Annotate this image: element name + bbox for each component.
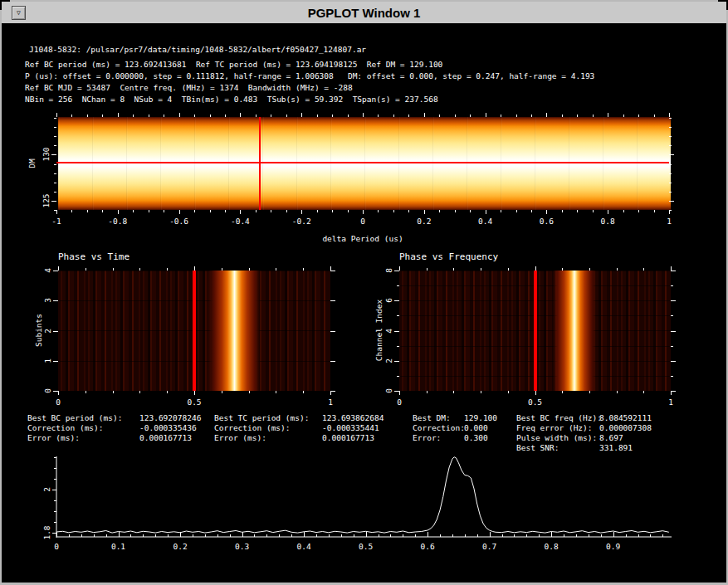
axis-tick [54, 210, 56, 211]
axis-tick [71, 210, 72, 212]
axis-tick [535, 266, 536, 271]
x-tick-label: 1 [667, 217, 672, 226]
axis-tick [179, 210, 180, 214]
y-tick-label: 0 [384, 388, 393, 393]
axis-tick [453, 268, 454, 271]
axis-tick [51, 201, 56, 202]
axis-tick [589, 534, 589, 537]
axis-tick [341, 534, 342, 537]
axis-tick [54, 145, 56, 146]
stat-value: 0.300 [464, 433, 488, 442]
x-tick-label: 0.3 [235, 542, 249, 551]
axis-tick [424, 113, 425, 117]
axis-tick [54, 522, 56, 523]
axis-tick [539, 534, 540, 537]
axis-tick [222, 391, 222, 393]
stat-value: 331.891 [599, 443, 633, 452]
axis-tick [130, 534, 131, 537]
x-tick-label: 0 [360, 217, 365, 226]
axis-tick [58, 266, 59, 271]
header-observation: Ref BC MJD = 53487 Centre freq. (MHz) = … [25, 83, 353, 92]
axis-tick [316, 534, 317, 537]
axis-tick [242, 532, 243, 537]
axis-tick [266, 534, 267, 537]
axis-tick [399, 391, 400, 395]
axis-tick [394, 391, 399, 392]
dm-cursor-line [56, 162, 669, 163]
y-tick-label: 130 [42, 148, 51, 162]
axis-tick [301, 210, 302, 214]
x-tick-label: 0.8 [601, 217, 615, 226]
stat-label: Correction: [413, 423, 465, 432]
x-tick-label: 0.9 [606, 542, 620, 551]
axis-tick [501, 115, 501, 117]
y-tick-label: 1.8 [42, 525, 51, 539]
x-tick-label: -0.8 [108, 217, 127, 226]
x-tick-label: 0.2 [417, 217, 431, 226]
header-ref-periods: Ref BC period (ms) = 123.692413681 Ref T… [25, 60, 442, 69]
axis-tick [301, 113, 302, 117]
axis-tick [56, 210, 57, 214]
axis-tick [608, 210, 608, 214]
window-title: PGPLOT Window 1 [2, 6, 726, 20]
axis-tick [427, 391, 428, 393]
axis-tick [330, 271, 335, 271]
axis-tick [671, 346, 673, 347]
axis-tick [225, 210, 226, 212]
stat-label: Best BC period (ms): [27, 413, 122, 422]
axis-tick [71, 115, 72, 117]
titlebar[interactable]: ▽ PGPLOT Window 1 [2, 2, 726, 23]
stat-label: Freq error (Hz): [516, 423, 593, 432]
axis-tick [626, 534, 627, 537]
phase-vs-frequency-title: Phase vs Frequency [399, 252, 498, 261]
axis-tick [654, 115, 655, 117]
axis-tick [535, 391, 536, 395]
axis-tick [53, 361, 58, 362]
axis-tick [623, 210, 624, 212]
axis-tick [286, 210, 287, 212]
axis-tick [428, 532, 428, 537]
axis-tick [643, 268, 644, 271]
axis-tick [439, 210, 440, 212]
axis-tick [164, 115, 164, 117]
axis-tick [671, 285, 673, 286]
stat-value: 8.697 [599, 433, 623, 442]
axis-tick [465, 534, 466, 537]
x-tick-label: 0.5 [359, 542, 373, 551]
axis-tick [455, 210, 456, 212]
y-tick-label: 2 [42, 487, 51, 492]
axis-tick [397, 285, 399, 286]
axis-tick [669, 164, 672, 165]
axis-tick [671, 391, 676, 392]
axis-tick [168, 534, 169, 537]
x-tick-label: 1 [328, 397, 333, 407]
axis-tick [54, 500, 56, 501]
axis-tick [53, 300, 58, 301]
y-tick-label: 0 [43, 388, 52, 393]
axis-tick [394, 361, 399, 362]
axis-tick [348, 210, 349, 212]
axis-tick [303, 268, 304, 271]
axis-tick [53, 391, 58, 392]
axis-tick [526, 534, 527, 537]
stat-label: Best DM: [413, 413, 451, 422]
axis-tick [54, 511, 56, 512]
axis-tick [486, 210, 486, 214]
dm-axis-title: DM [27, 158, 37, 168]
axis-tick [366, 532, 367, 537]
stat-value: -0.000335436 [139, 423, 197, 432]
axis-tick [94, 534, 95, 537]
axis-tick [58, 391, 59, 395]
axis-tick [669, 210, 672, 211]
stat-label: Pulse width (ms): [516, 433, 597, 442]
axis-tick [546, 210, 547, 214]
axis-tick [54, 479, 56, 480]
y-tick-label: 125 [42, 193, 51, 207]
axis-tick [113, 391, 114, 393]
stat-value: 0.000 [464, 423, 488, 432]
axis-tick [276, 268, 276, 271]
axis-tick [671, 315, 673, 316]
axis-tick [194, 115, 195, 117]
axis-tick [501, 210, 501, 212]
axis-tick [330, 391, 335, 392]
